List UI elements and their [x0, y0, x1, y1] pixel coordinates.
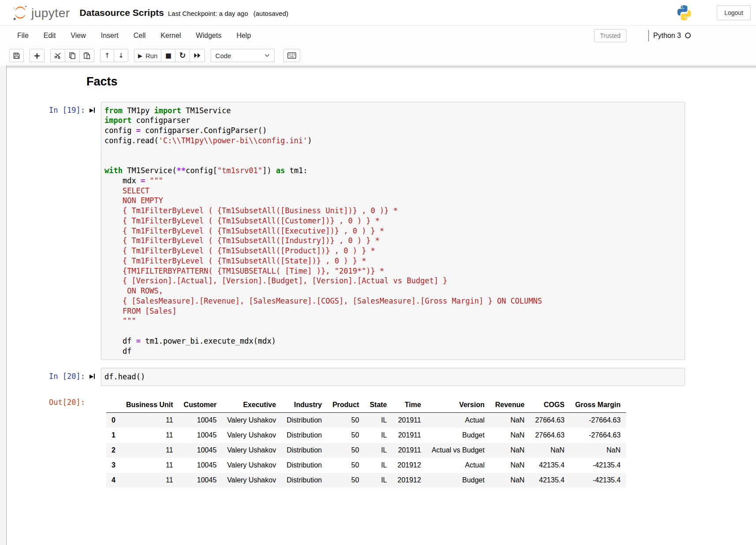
- row-index: 4: [106, 473, 121, 488]
- table-cell: 11: [121, 428, 179, 443]
- code-line: from TM1py import TM1Service: [104, 106, 681, 116]
- command-palette-button[interactable]: [283, 49, 300, 62]
- prompt-column: In [20]: ▶: [7, 368, 101, 381]
- copy-icon: [69, 52, 76, 59]
- kernel-idle-icon: [685, 33, 691, 38]
- table-cell: 27664.63: [530, 413, 570, 428]
- arrow-down-icon: ↓: [118, 52, 124, 59]
- code-line: { Tm1FilterByLevel ( {Tm1SubsetAll([Exec…: [104, 226, 681, 236]
- table-cell: NaN: [490, 428, 530, 443]
- kernel-name: Python 3: [653, 32, 681, 40]
- table-cell: IL: [365, 428, 392, 443]
- page-body: Facts In [19]: ▶ from TM1py import TM1Se…: [0, 66, 756, 545]
- row-index: 2: [106, 443, 121, 458]
- code-line: mdx = """: [104, 176, 681, 186]
- table-row: 41110045Valery UshakovDistribution50IL20…: [106, 473, 626, 488]
- menu-item-widgets[interactable]: Widgets: [189, 26, 229, 45]
- menu-bar: FileEditViewInsertCellKernelWidgetsHelp …: [0, 25, 756, 45]
- menu-item-edit[interactable]: Edit: [36, 26, 63, 45]
- code-line: """: [104, 316, 681, 326]
- table-cell: NaN: [490, 413, 530, 428]
- code-line: df: [104, 346, 681, 356]
- table-cell: IL: [365, 443, 392, 458]
- restart-button[interactable]: ↻: [175, 49, 190, 62]
- menu-item-insert[interactable]: Insert: [93, 26, 126, 45]
- table-cell: Actual: [426, 413, 490, 428]
- markdown-heading[interactable]: Facts: [86, 75, 756, 89]
- trusted-badge: Trusted: [594, 29, 626, 42]
- column-header: Executive: [222, 397, 281, 413]
- code-input[interactable]: df.head(): [101, 368, 685, 386]
- fast-forward-button[interactable]: [190, 49, 205, 62]
- row-index: 3: [106, 458, 121, 473]
- table-cell: 10045: [179, 413, 222, 428]
- menu-item-view[interactable]: View: [63, 26, 93, 45]
- code-input[interactable]: from TM1py import TM1Serviceimport confi…: [101, 102, 685, 360]
- table-row: 21110045Valery UshakovDistribution50IL20…: [106, 443, 626, 458]
- add-cell-button[interactable]: +: [30, 49, 45, 62]
- table-cell: NaN: [490, 443, 530, 458]
- code-line: config.read('C:\\TM1py\\power-bi\\config…: [104, 136, 681, 146]
- stop-button[interactable]: ■: [161, 49, 175, 62]
- prompt-column: Out[20]: ▶: [7, 394, 101, 407]
- column-header: COGS: [530, 397, 570, 413]
- table-cell: 42135.4: [530, 458, 570, 473]
- table-cell: 10045: [179, 473, 222, 488]
- table-cell: Budget: [426, 428, 490, 443]
- code-line: SELECT: [104, 186, 681, 196]
- move-up-button[interactable]: ↑: [100, 49, 114, 62]
- table-cell: Distribution: [281, 413, 327, 428]
- table-cell: 201911: [392, 428, 426, 443]
- table-cell: 27664.63: [530, 428, 570, 443]
- column-header: Time: [392, 397, 426, 413]
- row-index: 1: [106, 428, 121, 443]
- toolbar-shadow: [7, 66, 756, 69]
- code-line: [104, 146, 681, 156]
- column-header: Product: [327, 397, 364, 413]
- table-cell: 11: [121, 443, 179, 458]
- cell-type-dropdown[interactable]: Code: [211, 49, 275, 62]
- table-cell: 10045: [179, 428, 222, 443]
- checkpoint-status: Last Checkpoint: a day ago: [168, 10, 248, 17]
- code-line: NON EMPTY: [104, 196, 681, 206]
- input-prompt: In [20]:: [49, 372, 85, 381]
- notebook-title[interactable]: Datasource Scripts: [80, 7, 164, 18]
- menu-item-file[interactable]: File: [10, 26, 36, 45]
- menu-items: FileEditViewInsertCellKernelWidgetsHelp: [0, 26, 258, 45]
- code-line: ON ROWS,: [104, 286, 681, 296]
- table-row: 11110045Valery UshakovDistribution50IL20…: [106, 428, 626, 443]
- table-cell: -27664.63: [570, 428, 626, 443]
- table-cell: Actual vs Budget: [426, 443, 490, 458]
- save-button[interactable]: [9, 49, 24, 62]
- table-cell: Valery Ushakov: [222, 458, 281, 473]
- code-line: [104, 156, 681, 166]
- output-prompt: Out[20]:: [49, 398, 85, 407]
- logout-button[interactable]: Logout: [717, 5, 751, 20]
- move-down-button[interactable]: ↓: [114, 49, 128, 62]
- row-index: 0: [106, 413, 121, 428]
- table-cell: 10045: [179, 443, 222, 458]
- cut-button[interactable]: [50, 49, 65, 62]
- cut-icon: [54, 52, 61, 59]
- code-cell: In [20]: ▶ df.head(): [7, 368, 756, 386]
- table-cell: 50: [327, 473, 364, 488]
- table-cell: 42135.4: [530, 473, 570, 488]
- table-cell: NaN: [490, 458, 530, 473]
- prompt-column: In [19]: ▶: [7, 102, 101, 115]
- code-line: { Tm1FilterByLevel ( {Tm1SubsetAll([Cust…: [104, 216, 681, 226]
- jupyter-logo[interactable]: jupyter: [12, 4, 70, 21]
- code-line: { Tm1FilterByLevel ( {Tm1SubsetAll([Prod…: [104, 246, 681, 256]
- copy-button[interactable]: [65, 49, 80, 62]
- menu-item-help[interactable]: Help: [229, 26, 258, 45]
- paste-button[interactable]: [80, 49, 94, 62]
- chevron-down-icon: [264, 54, 270, 57]
- table-cell: Distribution: [281, 473, 327, 488]
- menu-item-cell[interactable]: Cell: [126, 26, 153, 45]
- menu-item-kernel[interactable]: Kernel: [153, 26, 188, 45]
- table-cell: NaN: [530, 443, 570, 458]
- table-cell: NaN: [570, 443, 626, 458]
- run-button[interactable]: ▶ Run: [134, 49, 162, 62]
- column-header: Customer: [179, 397, 222, 413]
- table-cell: IL: [365, 458, 392, 473]
- table-row: 31110045Valery UshakovDistribution50IL20…: [106, 458, 626, 473]
